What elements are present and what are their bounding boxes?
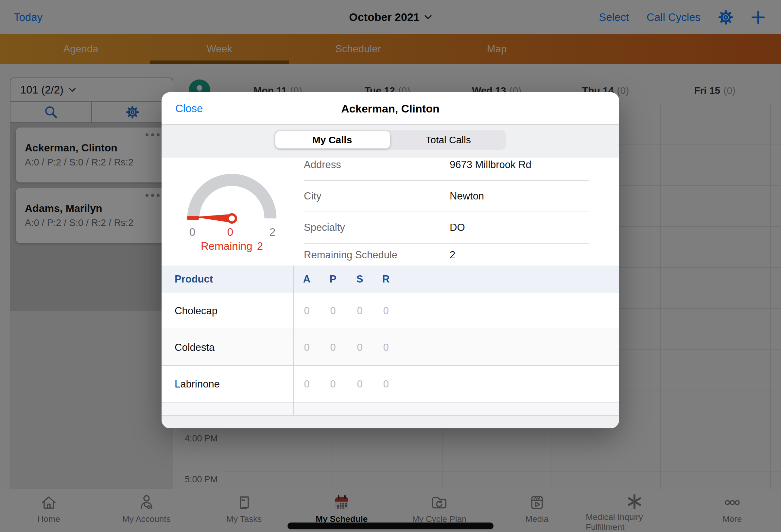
product-row[interactable]: Coldesta 0 0 0 0 (162, 329, 619, 366)
detail-row: Remaining Schedule 2 (304, 244, 589, 266)
remaining-calls-gauge (181, 171, 283, 226)
modal-footer (162, 415, 619, 428)
segment-total-calls[interactable]: Total Calls (390, 130, 506, 150)
detail-row: Address 9673 Millbrook Rd (304, 150, 589, 181)
product-row[interactable]: Labrinone 0 0 0 0 (162, 366, 619, 403)
detail-row: City Newton (304, 181, 589, 212)
app-screen: Today October 2021 Select Call Cycles (0, 0, 781, 532)
gauge-remaining: Remaining 2 (183, 240, 281, 252)
product-row[interactable]: Cholecap 0 0 0 0 (162, 293, 619, 329)
gauge-max: 2 (266, 226, 279, 238)
account-detail-modal: Close Ackerman, Clinton My Calls Total C… (162, 92, 619, 428)
calls-segmented-control: My Calls Total Calls (274, 130, 506, 150)
gauge-min: 0 (186, 226, 199, 238)
segment-my-calls[interactable]: My Calls (274, 130, 390, 150)
account-details: Address 9673 Millbrook Rd City Newton Sp… (304, 150, 589, 266)
modal-header: Close Ackerman, Clinton (162, 92, 619, 125)
product-table-header: Product A P S R (162, 265, 619, 293)
product-row-partial (162, 403, 619, 415)
product-column-header: Product (175, 265, 213, 293)
table-column-divider (293, 265, 294, 415)
detail-row: Specialty DO (304, 212, 589, 244)
modal-title: Ackerman, Clinton (162, 92, 619, 125)
gauge-value: 0 (224, 226, 237, 238)
